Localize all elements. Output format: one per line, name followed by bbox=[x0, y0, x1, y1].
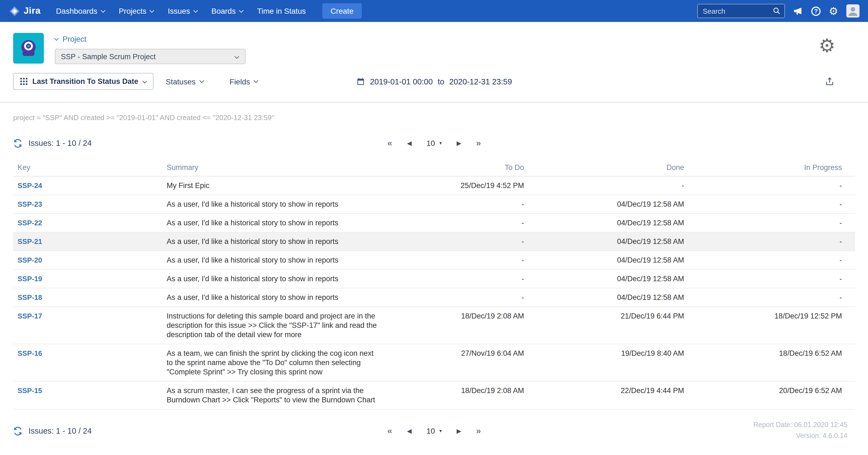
inprogress-cell: 18/Dec/19 12:52 PM bbox=[688, 307, 855, 344]
key-cell: SSP-22 bbox=[13, 214, 162, 232]
inprogress-cell: - bbox=[688, 214, 855, 232]
key-cell: SSP-15 bbox=[13, 381, 162, 409]
search-icon[interactable] bbox=[772, 7, 781, 16]
key-cell: SSP-21 bbox=[13, 232, 162, 251]
statuses-dropdown[interactable]: Statuses bbox=[166, 77, 204, 86]
caret-down-icon: ▾ bbox=[439, 428, 442, 433]
create-button[interactable]: Create bbox=[322, 3, 362, 19]
issue-key-link[interactable]: SSP-17 bbox=[18, 312, 42, 320]
refresh-icon bbox=[13, 426, 23, 435]
toolbar-divider bbox=[0, 102, 868, 102]
nav-boards[interactable]: Boards bbox=[211, 7, 243, 16]
done-cell: 04/Dec/19 12:58 AM bbox=[528, 251, 688, 269]
last-page-button[interactable]: » bbox=[476, 426, 481, 435]
page-size-select[interactable]: 10 ▾ bbox=[427, 139, 442, 147]
fields-dropdown[interactable]: Fields bbox=[230, 77, 258, 86]
chevron-down-icon bbox=[143, 79, 147, 83]
chevron-down-icon bbox=[235, 54, 239, 59]
first-page-button[interactable]: « bbox=[387, 139, 392, 148]
first-page-button[interactable]: « bbox=[387, 426, 392, 435]
nav-label: Dashboards bbox=[56, 7, 97, 16]
project-selector-group: Project SSP - Sample Scrum Project bbox=[55, 33, 246, 64]
issue-key-link[interactable]: SSP-20 bbox=[18, 256, 42, 264]
project-select[interactable]: SSP - Sample Scrum Project bbox=[55, 49, 246, 64]
issue-key-link[interactable]: SSP-19 bbox=[18, 275, 42, 283]
issues-count: Issues: 1 - 10 / 24 bbox=[29, 139, 92, 148]
key-cell: SSP-18 bbox=[13, 288, 162, 307]
avatar-person-icon bbox=[846, 4, 860, 18]
column-header-inprogress[interactable]: In Progress bbox=[688, 159, 855, 176]
column-header-todo[interactable]: To Do bbox=[384, 159, 528, 176]
report-type-button[interactable]: Last Transition To Status Date bbox=[13, 73, 154, 90]
fields-label: Fields bbox=[230, 77, 250, 86]
inprogress-cell: - bbox=[688, 176, 855, 195]
header-row: Key Summary To Do Done In Progress bbox=[13, 159, 855, 176]
date-to: 2020-12-31 23:59 bbox=[449, 77, 512, 86]
inprogress-cell: 20/Dec/19 6:52 AM bbox=[688, 381, 855, 409]
version: Version: 4.6.0.14 bbox=[753, 430, 847, 441]
nav-dashboards[interactable]: Dashboards bbox=[56, 7, 104, 16]
export-button[interactable] bbox=[825, 77, 834, 86]
issue-key-link[interactable]: SSP-23 bbox=[18, 200, 42, 208]
nav-projects[interactable]: Projects bbox=[119, 7, 153, 16]
table-row: SSP-15As a scrum master, I can see the p… bbox=[13, 381, 855, 409]
inprogress-cell: - bbox=[688, 195, 855, 214]
nav-time-in-status[interactable]: Time in Status bbox=[257, 7, 306, 16]
summary-cell: Instructions for deleting this sample bo… bbox=[162, 307, 384, 344]
date-range-picker[interactable]: 2019-01-01 00:00 to 2020-12-31 23:59 bbox=[356, 77, 512, 86]
summary-cell: As a user, I'd like a historical story t… bbox=[162, 269, 384, 288]
prev-page-button[interactable]: ◀ bbox=[407, 140, 412, 146]
summary-cell: As a team, we can finish the sprint by c… bbox=[162, 344, 384, 381]
todo-cell: - bbox=[384, 288, 528, 307]
done-cell: 04/Dec/19 12:58 AM bbox=[528, 195, 688, 214]
jira-home-link[interactable]: Jira bbox=[9, 5, 40, 17]
page-size-select[interactable]: 10 ▾ bbox=[427, 427, 442, 435]
search-input[interactable] bbox=[697, 4, 785, 18]
pager-top: « ◀ 10 ▾ ▶ » bbox=[387, 139, 481, 148]
done-cell: 19/Dec/19 8:40 AM bbox=[528, 344, 688, 381]
refresh-button[interactable] bbox=[13, 426, 23, 435]
search-box bbox=[697, 4, 785, 18]
done-cell: 04/Dec/19 12:58 AM bbox=[528, 232, 688, 251]
page-size-value: 10 bbox=[427, 139, 435, 147]
issues-count-group: Issues: 1 - 10 / 24 bbox=[13, 426, 92, 435]
settings-icon[interactable]: ⚙ bbox=[829, 6, 838, 16]
report-settings-gear-icon[interactable]: ⚙ bbox=[819, 36, 835, 55]
column-header-done[interactable]: Done bbox=[528, 159, 688, 176]
key-cell: SSP-16 bbox=[13, 344, 162, 381]
refresh-button[interactable] bbox=[13, 139, 23, 148]
nav-issues[interactable]: Issues bbox=[168, 7, 197, 16]
nav-label: Issues bbox=[168, 7, 190, 16]
caret-down-icon: ▾ bbox=[439, 141, 442, 146]
summary-cell: As a scrum master, I can see the progres… bbox=[162, 381, 384, 409]
report-toolbar: Last Transition To Status Date Statuses … bbox=[0, 72, 868, 102]
todo-cell: 18/Dec/19 2:08 AM bbox=[384, 307, 528, 344]
issue-key-link[interactable]: SSP-16 bbox=[18, 349, 42, 357]
summary-cell: As a user, I'd like a historical story t… bbox=[162, 195, 384, 214]
announcements-icon[interactable] bbox=[793, 6, 803, 16]
project-section-toggle[interactable]: Project bbox=[55, 34, 246, 44]
issue-key-link[interactable]: SSP-21 bbox=[18, 237, 42, 246]
column-header-summary[interactable]: Summary bbox=[162, 159, 384, 176]
issue-key-link[interactable]: SSP-24 bbox=[18, 181, 42, 190]
summary-cell: As a user, I'd like a historical story t… bbox=[162, 232, 384, 251]
help-icon[interactable]: ? bbox=[811, 6, 820, 16]
done-cell: - bbox=[528, 176, 688, 195]
next-page-button[interactable]: ▶ bbox=[457, 428, 461, 434]
navbar-right: ? ⚙ bbox=[697, 4, 860, 18]
table-row: SSP-18As a user, I'd like a historical s… bbox=[13, 288, 855, 307]
table-row: SSP-19As a user, I'd like a historical s… bbox=[13, 269, 855, 288]
summary-cell: As a user, I'd like a historical story t… bbox=[162, 251, 384, 269]
page-size-value: 10 bbox=[427, 427, 435, 435]
prev-page-button[interactable]: ◀ bbox=[407, 428, 412, 434]
user-avatar[interactable] bbox=[846, 4, 860, 18]
column-header-key[interactable]: Key bbox=[13, 159, 162, 176]
issue-key-link[interactable]: SSP-22 bbox=[18, 219, 42, 227]
issue-key-link[interactable]: SSP-15 bbox=[18, 387, 42, 395]
issues-table-body: SSP-24My First Epic25/Dec/19 4:52 PM--SS… bbox=[13, 176, 855, 409]
last-page-button[interactable]: » bbox=[476, 139, 481, 148]
report-info: Report Date: 06.01.2020 12:45 Version: 4… bbox=[753, 419, 847, 441]
next-page-button[interactable]: ▶ bbox=[457, 140, 461, 146]
issue-key-link[interactable]: SSP-18 bbox=[18, 293, 42, 302]
grid-icon bbox=[20, 78, 27, 85]
